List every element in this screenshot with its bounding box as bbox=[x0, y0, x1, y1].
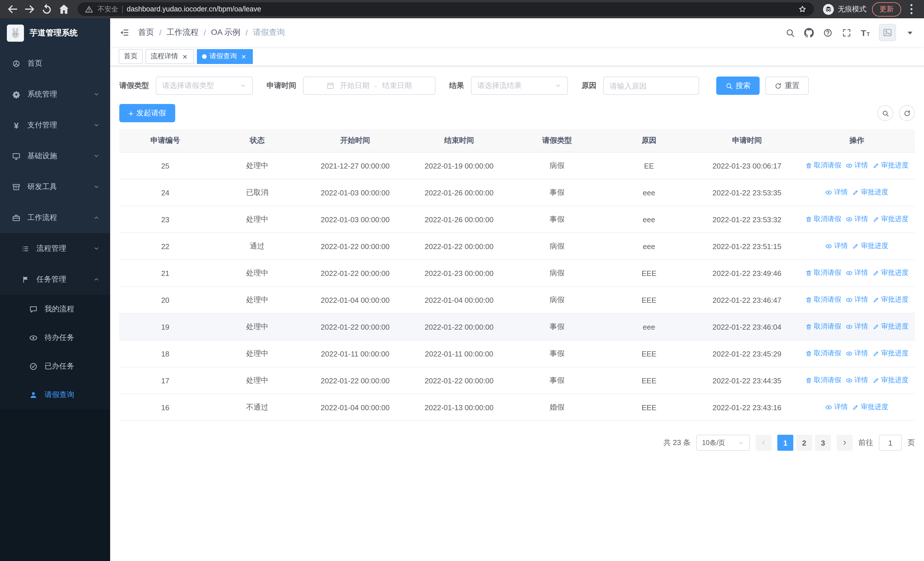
sidebar-item-11[interactable]: 请假查询 bbox=[0, 381, 110, 409]
chevron-up-icon bbox=[92, 276, 101, 283]
apply-time-range-picker[interactable]: 开始日期 - 结束日期 bbox=[303, 77, 435, 95]
column-header-5: 原因 bbox=[603, 129, 695, 152]
bookmark-star-icon[interactable] bbox=[798, 5, 807, 14]
detail-action[interactable]: 详情 bbox=[846, 349, 868, 358]
page-size-select[interactable]: 10条/页 bbox=[696, 435, 750, 451]
update-button[interactable]: 更新 bbox=[872, 2, 901, 16]
progress-action[interactable]: 审批进度 bbox=[873, 376, 909, 385]
tab-2[interactable]: 请假查询 × bbox=[197, 49, 253, 64]
detail-action[interactable]: 详情 bbox=[846, 295, 868, 305]
cancel-action[interactable]: 取消请假 bbox=[805, 376, 841, 385]
progress-action[interactable]: 审批进度 bbox=[873, 215, 909, 224]
progress-action[interactable]: 审批进度 bbox=[852, 241, 888, 251]
detail-action[interactable]: 详情 bbox=[846, 161, 868, 170]
cell-apply-time: 2022-01-22 23:43:16 bbox=[695, 394, 799, 421]
breadcrumb-separator: / bbox=[204, 28, 206, 37]
cancel-action[interactable]: 取消请假 bbox=[805, 161, 841, 170]
result-select[interactable]: 请选择流结果 bbox=[471, 77, 568, 95]
cancel-action[interactable]: 取消请假 bbox=[805, 349, 841, 358]
next-page-button[interactable] bbox=[837, 435, 853, 451]
cancel-action[interactable]: 取消请假 bbox=[805, 215, 841, 224]
cell-id: 21 bbox=[119, 260, 211, 286]
github-icon[interactable] bbox=[804, 28, 814, 38]
font-size-icon[interactable]: TT bbox=[861, 28, 870, 37]
sidebar-item-3[interactable]: 基础设施 bbox=[0, 141, 110, 171]
breadcrumb-item-1[interactable]: 工作流程 bbox=[166, 27, 199, 38]
browser-home-icon[interactable] bbox=[57, 2, 71, 16]
cancel-action[interactable]: 取消请假 bbox=[805, 295, 841, 305]
progress-action[interactable]: 审批进度 bbox=[852, 403, 888, 412]
breadcrumb-separator: / bbox=[159, 28, 162, 37]
progress-action[interactable]: 审批进度 bbox=[873, 349, 909, 358]
detail-action[interactable]: 详情 bbox=[846, 376, 868, 385]
table-row-25: 25 处理中 2021-12-27 00:00:00 2022-01-19 00… bbox=[119, 152, 915, 179]
goto-page-input[interactable] bbox=[879, 435, 902, 451]
sidebar-item-label: 研发工具 bbox=[27, 182, 57, 192]
detail-action[interactable]: 详情 bbox=[825, 403, 848, 412]
delete-icon bbox=[805, 296, 812, 303]
forward-icon[interactable] bbox=[23, 2, 36, 16]
detail-action[interactable]: 详情 bbox=[825, 241, 848, 251]
leave-type-select[interactable]: 请选择请假类型 bbox=[156, 77, 253, 95]
infrastructure-icon bbox=[11, 152, 21, 160]
delete-icon bbox=[805, 162, 812, 169]
table-refresh-button[interactable] bbox=[899, 105, 915, 121]
tab-1[interactable]: 流程详情 × bbox=[146, 49, 194, 64]
avatar-caret-down-icon[interactable] bbox=[905, 28, 915, 38]
cancel-action[interactable]: 取消请假 bbox=[805, 322, 841, 332]
progress-action[interactable]: 审批进度 bbox=[873, 322, 909, 332]
sidebar-item-9[interactable]: 待办任务 bbox=[0, 323, 110, 352]
search-toggle-button[interactable] bbox=[877, 105, 893, 121]
sidebar-item-7[interactable]: 任务管理 bbox=[0, 264, 110, 295]
reload-icon[interactable] bbox=[40, 2, 54, 16]
column-header-6: 申请时间 bbox=[695, 129, 799, 152]
help-icon[interactable] bbox=[823, 28, 833, 38]
sidebar-item-0[interactable]: 首页 bbox=[0, 48, 110, 79]
sidebar-toggle-icon[interactable] bbox=[119, 27, 129, 38]
detail-action[interactable]: 详情 bbox=[846, 268, 868, 278]
back-icon[interactable] bbox=[6, 2, 20, 16]
page-button-3[interactable]: 3 bbox=[815, 435, 831, 451]
progress-action[interactable]: 审批进度 bbox=[873, 268, 909, 278]
reset-button[interactable]: 重置 bbox=[765, 77, 809, 95]
sidebar-item-6[interactable]: 流程管理 bbox=[0, 233, 110, 264]
cell-end: 2022-01-11 00:00:00 bbox=[407, 340, 511, 367]
sidebar-item-5[interactable]: 工作流程 bbox=[0, 202, 110, 233]
create-leave-button[interactable]: + 发起请假 bbox=[119, 104, 175, 122]
sidebar-item-4[interactable]: 研发工具 bbox=[0, 171, 110, 202]
prev-page-button[interactable] bbox=[756, 435, 772, 451]
cancel-action[interactable]: 取消请假 bbox=[805, 268, 841, 278]
tab-0[interactable]: 首页 bbox=[119, 49, 142, 64]
cell-apply-time: 2022-01-22 23:49:46 bbox=[695, 260, 799, 286]
cell-type: 事假 bbox=[511, 313, 603, 340]
sidebar-item-1[interactable]: 系统管理 bbox=[0, 79, 110, 110]
reason-input[interactable] bbox=[603, 77, 699, 95]
cell-id: 25 bbox=[119, 152, 211, 179]
search-button[interactable]: 搜索 bbox=[716, 77, 760, 95]
page-button-2[interactable]: 2 bbox=[796, 435, 812, 451]
cell-reason: eee bbox=[603, 313, 695, 340]
sidebar-item-8[interactable]: 我的流程 bbox=[0, 295, 110, 323]
sidebar-item-2[interactable]: ¥ 支付管理 bbox=[0, 110, 110, 141]
progress-action[interactable]: 审批进度 bbox=[852, 188, 888, 197]
detail-action[interactable]: 详情 bbox=[846, 215, 868, 224]
detail-action[interactable]: 详情 bbox=[825, 188, 848, 197]
detail-action[interactable]: 详情 bbox=[846, 322, 868, 332]
cell-status: 不通过 bbox=[211, 394, 303, 421]
view-icon bbox=[846, 350, 853, 357]
page-button-1[interactable]: 1 bbox=[777, 435, 793, 451]
user-avatar[interactable] bbox=[879, 24, 896, 41]
app-logo[interactable]: 芋道管理系统 bbox=[0, 18, 110, 48]
search-icon[interactable] bbox=[786, 28, 795, 38]
progress-action[interactable]: 审批进度 bbox=[873, 161, 909, 170]
close-tab-icon[interactable]: × bbox=[181, 52, 189, 60]
sidebar-item-10[interactable]: 已办任务 bbox=[0, 352, 110, 381]
browser-menu-icon[interactable] bbox=[904, 2, 918, 16]
breadcrumb-item-0[interactable]: 首页 bbox=[138, 27, 154, 38]
url-bar[interactable]: 不安全 dashboard.yudao.iocoder.cn/bpm/oa/le… bbox=[78, 2, 814, 16]
breadcrumb-item-2[interactable]: OA 示例 bbox=[211, 27, 240, 38]
view-icon bbox=[825, 243, 832, 250]
progress-action[interactable]: 审批进度 bbox=[873, 295, 909, 305]
close-tab-icon[interactable]: × bbox=[240, 52, 248, 60]
fullscreen-icon[interactable] bbox=[842, 28, 852, 38]
